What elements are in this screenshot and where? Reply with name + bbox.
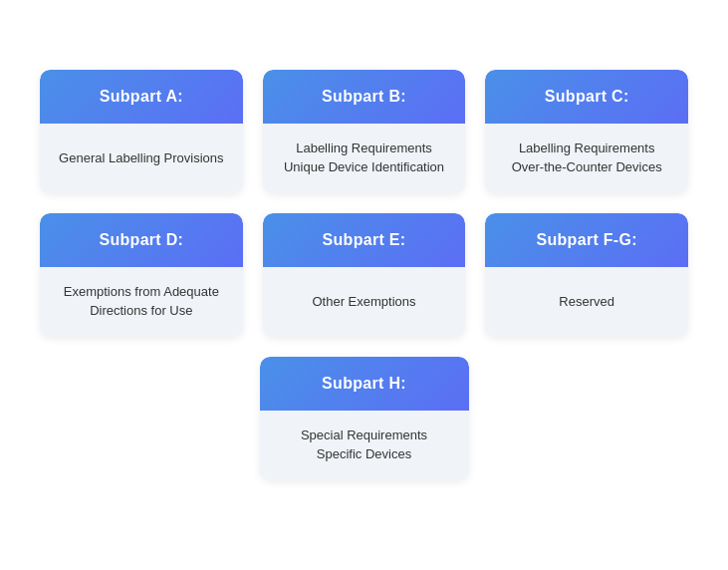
card-subpart-fg-header: Subpart F-G: [485, 213, 688, 267]
card-subpart-e-body: Other Exemptions [263, 267, 466, 337]
card-subpart-a-title: Subpart A: [100, 88, 183, 105]
card-subpart-c-description: Labelling Requirements Over-the-Counter … [512, 140, 662, 177]
card-subpart-c[interactable]: Subpart C: Labelling Requirements Over-t… [485, 70, 688, 193]
card-subpart-a-header: Subpart A: [40, 70, 243, 124]
card-subpart-b[interactable]: Subpart B: Labelling Requirements Unique… [263, 70, 466, 193]
card-subpart-d-header: Subpart D: [40, 213, 243, 267]
card-subpart-fg-description: Reserved [559, 293, 614, 312]
card-subpart-d[interactable]: Subpart D: Exemptions from Adequate Dire… [40, 213, 243, 337]
card-subpart-a-description: General Labelling Provisions [59, 149, 223, 168]
row-3: Subpart H: Special Requirements Specific… [40, 357, 688, 480]
row-1: Subpart A: General Labelling Provisions … [40, 70, 688, 193]
card-subpart-h-title: Subpart H: [322, 375, 406, 392]
main-container: Subpart A: General Labelling Provisions … [0, 40, 728, 529]
card-subpart-d-title: Subpart D: [99, 231, 183, 248]
card-subpart-e-title: Subpart E: [323, 231, 406, 248]
card-subpart-fg-title: Subpart F-G: [536, 231, 636, 248]
card-subpart-c-body: Labelling Requirements Over-the-Counter … [485, 124, 688, 193]
card-subpart-b-description: Labelling Requirements Unique Device Ide… [284, 140, 444, 177]
card-subpart-a[interactable]: Subpart A: General Labelling Provisions [40, 70, 243, 193]
card-subpart-fg[interactable]: Subpart F-G: Reserved [485, 213, 688, 337]
card-subpart-c-title: Subpart C: [545, 88, 629, 105]
card-subpart-c-header: Subpart C: [485, 70, 688, 124]
card-subpart-fg-body: Reserved [485, 267, 688, 337]
card-subpart-b-header: Subpart B: [263, 70, 466, 124]
card-subpart-e-description: Other Exemptions [312, 293, 415, 312]
card-subpart-h[interactable]: Subpart H: Special Requirements Specific… [260, 357, 469, 480]
card-subpart-b-body: Labelling Requirements Unique Device Ide… [263, 124, 466, 193]
card-subpart-h-header: Subpart H: [260, 357, 469, 411]
card-subpart-h-body: Special Requirements Specific Devices [260, 411, 469, 480]
card-subpart-e[interactable]: Subpart E: Other Exemptions [263, 213, 466, 337]
card-subpart-d-body: Exemptions from Adequate Directions for … [40, 267, 243, 337]
card-subpart-b-title: Subpart B: [322, 88, 406, 105]
card-subpart-a-body: General Labelling Provisions [40, 124, 243, 193]
card-subpart-d-description: Exemptions from Adequate Directions for … [64, 283, 219, 321]
row-2: Subpart D: Exemptions from Adequate Dire… [40, 213, 688, 337]
card-subpart-h-description: Special Requirements Specific Devices [301, 427, 427, 464]
card-subpart-e-header: Subpart E: [263, 213, 466, 267]
